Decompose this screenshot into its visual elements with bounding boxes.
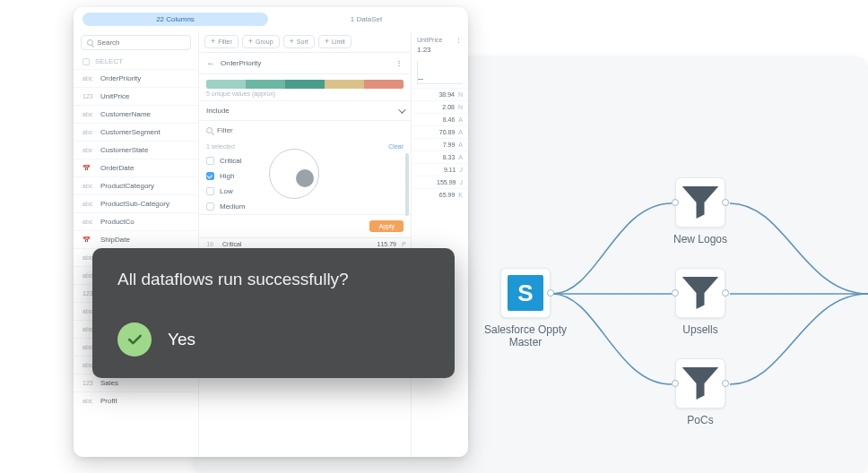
- node-branch-label: PoCs: [687, 414, 713, 426]
- filter-option[interactable]: Medium: [199, 199, 411, 214]
- group-button[interactable]: +Group: [242, 35, 280, 48]
- apply-button[interactable]: Apply: [369, 220, 404, 232]
- plus-icon: +: [211, 38, 215, 46]
- filter-option-label: Critical: [220, 157, 241, 165]
- port-in[interactable]: [672, 380, 679, 387]
- field-item[interactable]: 📅OrderDate: [74, 159, 198, 176]
- include-dropdown[interactable]: Include: [199, 100, 411, 121]
- toast-question: All dataflows run successfully?: [117, 270, 430, 289]
- funnel-icon: [676, 359, 725, 408]
- limit-button[interactable]: +Limit: [318, 35, 352, 48]
- port-out[interactable]: [547, 289, 554, 297]
- filter-option[interactable]: Critical: [199, 153, 411, 168]
- toast-answer: Yes: [168, 330, 195, 349]
- filter-option[interactable]: Low: [199, 184, 411, 199]
- funnel-icon: [676, 178, 725, 227]
- field-item[interactable]: abcProductSub-Category: [74, 194, 198, 212]
- salesforce-icon: S: [508, 275, 543, 311]
- field-label: CustomerName: [100, 110, 151, 118]
- search-input[interactable]: [97, 39, 185, 47]
- scrollbar[interactable]: [405, 153, 409, 216]
- right-col-name: UnitPrice: [417, 37, 442, 44]
- port-in[interactable]: [672, 199, 679, 206]
- selected-count: 1 selected: [206, 143, 235, 150]
- checkbox-icon: [82, 58, 90, 65]
- field-type-icon: abc: [82, 398, 95, 404]
- field-label: ProductSub-Category: [100, 200, 169, 208]
- field-type-icon: abc: [82, 75, 95, 82]
- field-label: UnitPrice: [100, 92, 129, 100]
- filter-option-label: Medium: [220, 202, 245, 211]
- field-label: Profit: [100, 397, 117, 405]
- checkbox-icon: [206, 157, 214, 165]
- field-item[interactable]: abcCustomerName: [74, 105, 198, 123]
- field-item[interactable]: abcProfit: [74, 391, 198, 409]
- kebab-icon[interactable]: ⋮: [395, 59, 404, 67]
- field-label: ProductCo: [100, 218, 135, 226]
- port-in[interactable]: [672, 289, 679, 297]
- field-type-icon: 📅: [82, 165, 95, 172]
- field-type-icon: 📅: [82, 236, 95, 244]
- node-source[interactable]: S Salesforce Oppty Master: [499, 268, 552, 349]
- status-toast: All dataflows run successfully? Yes: [92, 248, 455, 378]
- select-all[interactable]: SELECT: [74, 54, 198, 69]
- node-branch-label: Upsells: [682, 323, 717, 336]
- check-icon: [126, 331, 143, 348]
- search-input-wrap[interactable]: [81, 35, 191, 50]
- port-out[interactable]: [722, 380, 729, 387]
- clear-link[interactable]: Clear: [388, 143, 404, 150]
- node-source-label: Salesforce Oppty Master: [484, 323, 567, 349]
- tab-columns[interactable]: 22 Columns: [82, 13, 268, 26]
- field-item[interactable]: abcProductCategory: [74, 176, 198, 194]
- right-col-value: 1.23: [412, 46, 468, 57]
- node-branch-label: New Logos: [673, 233, 727, 245]
- field-item[interactable]: abcCustomerState: [74, 141, 198, 159]
- filter-values-input[interactable]: [199, 121, 411, 140]
- kebab-icon[interactable]: ⋮: [456, 37, 463, 44]
- field-type-icon: abc: [82, 201, 95, 207]
- port-out[interactable]: [722, 289, 729, 297]
- sparkline: [417, 61, 463, 84]
- field-label: OrderDate: [100, 164, 134, 172]
- field-item[interactable]: abcOrderPriority: [74, 69, 198, 87]
- port-out[interactable]: [722, 199, 729, 206]
- filter-values-field[interactable]: [217, 126, 311, 134]
- node-branch-2[interactable]: PoCs: [673, 358, 727, 426]
- field-item[interactable]: 📅ShipDate: [74, 230, 198, 248]
- field-type-icon: abc: [82, 111, 95, 117]
- filter-option[interactable]: High: [199, 168, 411, 184]
- field-item[interactable]: 123UnitPrice: [74, 87, 198, 105]
- sort-button[interactable]: +Sort: [283, 35, 315, 48]
- chevron-down-icon: [398, 106, 405, 113]
- field-type-icon: 123: [82, 380, 95, 386]
- list-item: 70.89A: [412, 125, 468, 138]
- value-distribution: [206, 80, 404, 89]
- plus-icon: +: [248, 38, 253, 46]
- list-item: 9.11J: [412, 163, 468, 176]
- plus-icon: +: [290, 38, 294, 46]
- field-label: ShipDate: [100, 236, 130, 244]
- list-item: 38.94N: [412, 88, 468, 100]
- funnel-icon: [676, 269, 725, 317]
- unique-note: 5 unique values (approx): [199, 90, 411, 100]
- back-icon[interactable]: ←: [206, 58, 215, 68]
- swatch: [364, 80, 404, 89]
- field-type-icon: abc: [82, 219, 95, 225]
- list-item: 65.99K: [412, 188, 468, 201]
- fields-sidebar: SELECT abcOrderPriority123UnitPriceabcCu…: [74, 31, 199, 457]
- list-item: 155.99J: [412, 176, 468, 188]
- checkbox-icon: [206, 202, 214, 211]
- field-type-icon: abc: [82, 183, 95, 189]
- node-branch-1[interactable]: Upsells: [673, 268, 727, 336]
- tab-dataset[interactable]: 1 DataSet: [273, 13, 459, 26]
- field-item[interactable]: abcProductCo: [74, 212, 198, 230]
- list-item: 7.99A: [412, 138, 468, 150]
- column-name: OrderPriority: [221, 59, 261, 67]
- swatch: [325, 80, 364, 89]
- filter-button[interactable]: +Filter: [204, 35, 239, 48]
- field-item[interactable]: abcCustomerSegment: [74, 123, 198, 141]
- recipe-panel: 22 Columns 1 DataSet SELECT abcOrderPrio…: [74, 7, 468, 457]
- search-icon: [206, 127, 213, 134]
- node-branch-0[interactable]: New Logos: [673, 177, 727, 245]
- plus-icon: +: [325, 38, 329, 46]
